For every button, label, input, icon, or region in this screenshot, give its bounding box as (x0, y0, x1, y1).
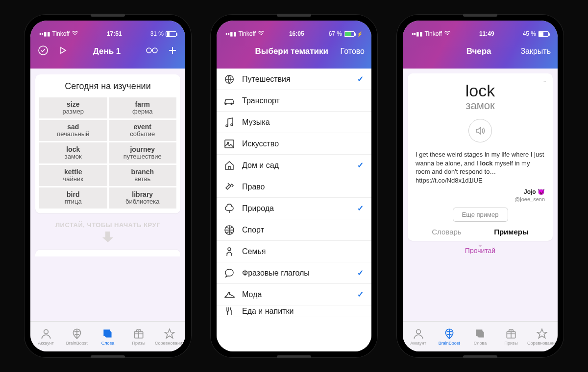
card-title: Сегодня на изучении (39, 81, 176, 92)
word-ru: ферма (111, 108, 175, 116)
screen-1: ▪▪▮▮ Tinkoff 17:51 31 % (30, 21, 185, 351)
word-en: bird (41, 190, 105, 198)
word-cell[interactable]: lockзамок (39, 142, 107, 163)
word-en: sad (41, 123, 105, 131)
word-cell[interactable]: branchветвь (109, 165, 177, 186)
phone-frame-2: ▪▪▮▮ Tinkoff 16:05 67 % ⚡ Выбери тематик… (211, 15, 377, 357)
topic-label: Природа (242, 204, 348, 213)
carrier-text: Tinkoff (239, 30, 256, 37)
sound-button[interactable] (468, 119, 492, 142)
svg-rect-3 (105, 232, 110, 237)
topic-row[interactable]: Фразовые глаголы✓ (217, 262, 371, 284)
speech-icon (223, 267, 235, 279)
content-1[interactable]: Сегодня на изучении sizeразмерfarmфермаs… (30, 69, 185, 321)
battery-text: 67 % (329, 30, 342, 37)
word-cell[interactable]: journeyпутешествие (109, 142, 177, 163)
topic-row[interactable]: Музыка (217, 112, 371, 133)
close-button[interactable]: Закрыть (520, 47, 551, 56)
battery-icon (538, 31, 549, 37)
swipe-hint: ЛИСТАЙ, ЧТОБЫ НАЧАТЬ КРУГ (30, 221, 185, 229)
shoe-icon (223, 289, 235, 301)
topic-list[interactable]: Путешествия✓ТранспортМузыкаИскусствоДом … (217, 69, 371, 351)
carrier-text: Tinkoff (425, 30, 442, 37)
nav-title: День 1 (74, 46, 140, 56)
tab-соревнования[interactable]: Соревнования (155, 327, 184, 346)
done-button[interactable]: Готово (341, 47, 365, 56)
svg-point-1 (147, 48, 151, 53)
nav-title: Выбери тематики (248, 46, 336, 56)
topic-row[interactable]: Семья (217, 241, 371, 262)
globe-icon (223, 73, 235, 85)
music-icon (223, 116, 235, 128)
seg-examples[interactable]: Примеры (494, 228, 529, 236)
more-example-button[interactable]: Еще пример (453, 208, 508, 222)
word-cell[interactable]: birdптица (39, 187, 107, 209)
play-icon[interactable] (57, 45, 69, 58)
topic-row[interactable]: Еда и напитки (217, 305, 371, 317)
signal-icon: ▪▪▮▮ (412, 30, 423, 37)
word-en: journey (111, 145, 175, 153)
topic-row[interactable]: Спорт (217, 219, 371, 241)
tab-аккаунт[interactable]: Аккаунт (404, 327, 433, 346)
topic-row[interactable]: Транспорт (217, 90, 371, 112)
carrier-text: Tinkoff (52, 30, 70, 37)
word-ru: библиотека (111, 198, 175, 206)
word-ru: замок (41, 153, 105, 161)
gavel-icon (223, 181, 235, 193)
tab-аккаунт[interactable]: Аккаунт (32, 327, 60, 346)
tab-призы[interactable]: Призы (124, 327, 153, 346)
wifi-icon (444, 30, 451, 37)
tab-brainboost[interactable]: BrainBoost (63, 327, 91, 346)
svg-point-13 (228, 248, 231, 251)
next-card-peek[interactable] (35, 250, 180, 256)
clock-text: 11:49 (479, 30, 494, 37)
glasses-icon[interactable] (145, 45, 159, 58)
tab-brainboost[interactable]: BrainBoost (435, 327, 464, 346)
speaker-slot (91, 14, 125, 17)
read-hint[interactable]: Прочитай (408, 245, 553, 254)
battery-icon (344, 31, 355, 37)
checkmark-icon: ✓ (355, 204, 364, 213)
word-cell[interactable]: sadпечальный (39, 120, 107, 141)
status-bar: ▪▪▮▮ Tinkoff 11:49 45 % (403, 21, 558, 39)
speaker-slot (277, 14, 311, 17)
topic-label: Музыка (242, 118, 348, 127)
topic-row[interactable]: Дом и сад✓ (217, 155, 371, 176)
content-3[interactable]: ⌄ lock замок I get these weird stages in… (403, 69, 558, 321)
tab-слова[interactable]: Слова (94, 327, 122, 346)
tab-label: Призы (505, 341, 518, 346)
topic-label: Право (242, 183, 348, 191)
seg-dictionary[interactable]: Словарь (432, 228, 461, 236)
svg-point-8 (226, 125, 228, 127)
word-ru: птица (41, 198, 105, 206)
checkmark-icon: ✓ (355, 290, 364, 299)
topic-row[interactable]: Право (217, 176, 371, 198)
svg-point-9 (231, 124, 233, 126)
topic-row[interactable]: Путешествия✓ (217, 69, 371, 90)
chevron-down-icon[interactable]: ⌄ (542, 77, 547, 84)
speaker-slot-bottom (91, 355, 125, 358)
word-cell[interactable]: libraryбиблиотека (109, 187, 177, 209)
tab-призы[interactable]: Призы (497, 327, 525, 346)
word-cell[interactable]: farmферма (109, 97, 177, 118)
topic-row[interactable]: Искусство (217, 133, 371, 155)
tab-соревнования[interactable]: Соревнования (528, 327, 556, 346)
ball-icon (223, 224, 235, 236)
tab-label: Призы (132, 341, 146, 346)
example-text: I get these weird stages in my life wher… (416, 150, 545, 185)
word-cell[interactable]: eventсобытие (109, 120, 177, 141)
topic-row[interactable]: Природа✓ (217, 198, 371, 219)
home-icon (223, 160, 235, 171)
speaker-slot-bottom (277, 355, 311, 358)
battery-icon (166, 31, 176, 37)
word-cell[interactable]: kettleчайник (39, 165, 107, 186)
battery-text: 31 % (150, 30, 164, 37)
check-circle-icon[interactable] (37, 45, 49, 58)
topic-row[interactable]: Мода✓ (217, 284, 371, 305)
signal-icon: ▪▪▮▮ (39, 30, 50, 37)
word-cell[interactable]: sizeразмер (39, 97, 107, 118)
plus-icon[interactable] (167, 45, 178, 58)
tab-label: BrainBoost (439, 341, 460, 346)
word-ru: путешествие (111, 153, 175, 161)
tab-слова[interactable]: Слова (466, 327, 494, 346)
